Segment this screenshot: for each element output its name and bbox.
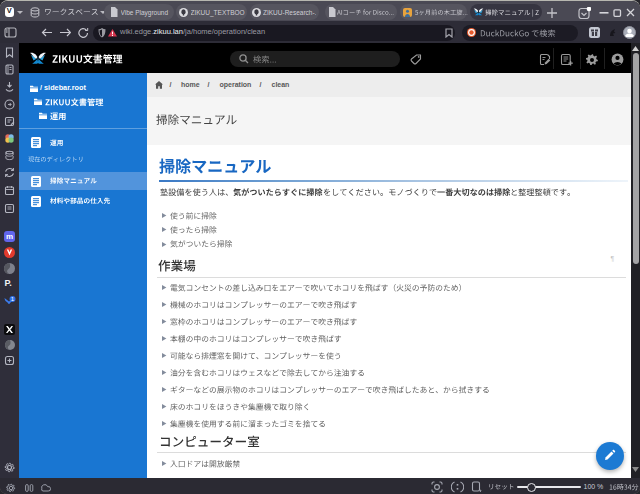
- svg-text:m: m: [6, 232, 13, 241]
